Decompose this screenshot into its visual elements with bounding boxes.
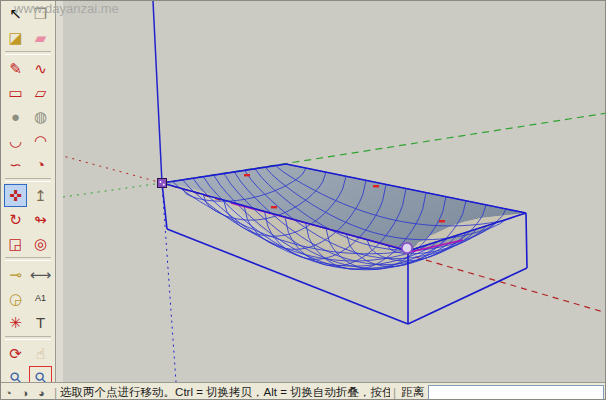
circle-tool-icon: ● <box>11 109 20 124</box>
text-tool-icon: A1 <box>35 294 46 303</box>
rotate-tool[interactable]: ↻ <box>4 208 27 231</box>
move-tool-icon: ✜ <box>9 188 22 203</box>
dimension-tool-icon: ⟷ <box>30 267 52 282</box>
pie-tool[interactable]: ◔ <box>29 153 52 176</box>
line-tool-icon: ✎ <box>9 61 22 76</box>
pan-tool-icon: ☝ <box>36 346 45 361</box>
status-icon-claim[interactable]: ◔ <box>5 387 12 399</box>
rotated-rectangle-tool-icon: ▱ <box>35 85 47 100</box>
status-bar: ◔◑◕ | 选取两个点进行移动。Ctrl = 切换拷贝，Alt = 切换自动折叠… <box>1 382 606 400</box>
polygon-tool[interactable]: ◍ <box>29 105 52 128</box>
follow-me-tool-icon: ↬ <box>34 212 47 227</box>
red-axis-negative <box>63 156 162 183</box>
toolbar-group-separator <box>5 336 51 340</box>
paint-bucket-tool[interactable]: ◪ <box>4 26 27 49</box>
status-separator: | <box>51 386 60 400</box>
blue-axis <box>153 1 162 183</box>
watermark-text: www.dayanzai.me <box>14 1 119 16</box>
circle-tool[interactable]: ● <box>4 105 27 128</box>
box-bottom-edge <box>408 268 527 324</box>
status-indicator-icons: ◔◑◕ <box>1 387 51 399</box>
three-point-arc-tool-icon: ∽ <box>9 157 22 172</box>
3d-text-tool-icon: T <box>36 315 45 330</box>
toolbar-group-separator <box>5 178 51 182</box>
orbit-tool[interactable]: ⟳ <box>4 342 27 365</box>
red-inference-mark <box>271 206 277 208</box>
pan-tool[interactable]: ☝ <box>29 342 52 365</box>
pie-tool-icon: ◔ <box>36 157 45 172</box>
measurement-label: 距离 <box>399 385 428 400</box>
push-pull-tool-icon: ↥ <box>34 188 47 203</box>
box-vertical-edge <box>162 183 167 229</box>
scale-tool[interactable]: ◲ <box>4 232 27 255</box>
box-vertical-edge <box>526 213 527 268</box>
follow-me-tool[interactable]: ↬ <box>29 208 52 231</box>
vcb-separator: | <box>390 386 399 400</box>
dimension-tool[interactable]: ⟷ <box>29 263 52 286</box>
two-point-arc-tool[interactable]: ◠ <box>29 129 52 152</box>
protractor-tool[interactable]: ◶ <box>4 287 27 310</box>
protractor-tool-icon: ◶ <box>9 291 22 306</box>
status-icon-credit[interactable]: ◑ <box>22 387 29 399</box>
eraser-tool[interactable]: ▰ <box>29 26 52 49</box>
three-point-arc-tool[interactable]: ∽ <box>4 153 27 176</box>
rotate-tool-icon: ↻ <box>9 212 22 227</box>
freehand-tool[interactable]: ∿ <box>29 57 52 80</box>
polygon-tool-icon: ◍ <box>34 109 47 124</box>
measurement-input[interactable] <box>428 385 604 400</box>
eraser-tool-icon: ▰ <box>35 30 47 45</box>
move-target-marker <box>402 243 412 253</box>
rectangle-tool[interactable]: ▭ <box>4 81 27 104</box>
rectangle-tool-icon: ▭ <box>8 85 22 100</box>
arc-tool-icon: ◡ <box>9 133 22 148</box>
move-anchor-marker <box>158 179 167 188</box>
offset-tool-icon: ◎ <box>34 236 47 251</box>
freehand-tool-icon: ∿ <box>34 61 47 76</box>
sketchup-window: ↖❒◪▰✎∿▭▱●◍◡◠∽◔✜↥↻↬◲◎⊸⟷◶A1✳T⟳☝⚲⚲ www.daya… <box>0 0 606 400</box>
status-hint-text: 选取两个点进行移动。Ctrl = 切换拷贝，Alt = 切换自动折叠，按住 Sh… <box>60 385 390 400</box>
toolbar-group-separator <box>5 51 51 55</box>
paint-bucket-tool-icon: ◪ <box>8 30 22 45</box>
tape-measure-tool-icon: ⊸ <box>9 267 22 282</box>
blue-axis-negative <box>162 183 177 382</box>
axes-tool[interactable]: ✳ <box>4 311 27 334</box>
tool-palette: ↖❒◪▰✎∿▭▱●◍◡◠∽◔✜↥↻↬◲◎⊸⟷◶A1✳T⟳☝⚲⚲ <box>1 1 56 382</box>
axes-tool-icon: ✳ <box>9 315 22 330</box>
push-pull-tool[interactable]: ↥ <box>29 184 52 207</box>
offset-tool[interactable]: ◎ <box>29 232 52 255</box>
3d-text-tool[interactable]: T <box>29 311 52 334</box>
status-icon-model[interactable]: ◕ <box>38 387 45 399</box>
line-tool[interactable]: ✎ <box>4 57 27 80</box>
red-inference-mark <box>373 185 379 187</box>
move-anchor-dot <box>163 184 165 186</box>
tape-measure-tool[interactable]: ⊸ <box>4 263 27 286</box>
arc-tool[interactable]: ◡ <box>4 129 27 152</box>
two-point-arc-tool-icon: ◠ <box>34 133 47 148</box>
toolbar-group-separator <box>5 257 51 261</box>
rotated-rectangle-tool[interactable]: ▱ <box>29 81 52 104</box>
scale-tool-icon: ◲ <box>8 236 22 251</box>
red-inference-mark <box>439 220 445 222</box>
move-anchor-dot <box>160 181 162 183</box>
red-inference-mark <box>244 174 250 176</box>
orbit-tool-icon: ⟳ <box>9 346 22 361</box>
text-tool[interactable]: A1 <box>29 287 52 310</box>
3d-scene <box>63 1 606 382</box>
green-axis-negative <box>63 183 162 197</box>
model-viewport[interactable] <box>63 1 606 382</box>
move-tool[interactable]: ✜ <box>4 184 27 207</box>
